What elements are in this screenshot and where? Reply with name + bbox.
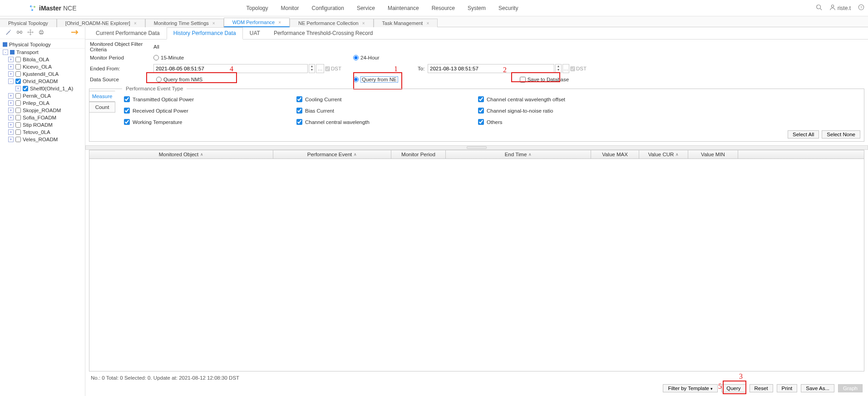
expand-icon[interactable]: + bbox=[8, 100, 14, 106]
tree-node[interactable]: +Tetovo_0LA bbox=[0, 129, 85, 136]
select-all-button[interactable]: Select All bbox=[788, 130, 819, 139]
save-as-button[interactable]: Save As... bbox=[801, 384, 834, 392]
close-icon[interactable]: × bbox=[278, 20, 281, 25]
expand-icon[interactable]: + bbox=[8, 93, 14, 99]
tree-node[interactable]: +Prilep_OLA bbox=[0, 99, 85, 107]
tree-checkbox[interactable] bbox=[15, 115, 21, 120]
column-header[interactable]: End Time∧ bbox=[446, 150, 591, 158]
filter-by-template-button[interactable]: Filter by Template ▾ bbox=[663, 384, 718, 392]
nav-service[interactable]: Service bbox=[350, 0, 381, 16]
tree-checkbox[interactable] bbox=[15, 108, 21, 113]
tree-node[interactable]: +Sofia_FOADM bbox=[0, 114, 85, 121]
expand-icon[interactable]: + bbox=[8, 57, 14, 62]
tree-checkbox[interactable] bbox=[15, 93, 21, 99]
side-tab-count[interactable]: Count bbox=[89, 102, 115, 113]
close-icon[interactable]: × bbox=[426, 21, 429, 26]
doc-tab[interactable]: Monitoring Time Settings× bbox=[145, 19, 224, 27]
expand-icon[interactable]: + bbox=[8, 129, 14, 135]
user-menu[interactable]: riste.t bbox=[829, 4, 851, 12]
side-tab-measure[interactable]: Measure bbox=[89, 91, 115, 102]
help-icon[interactable]: ? bbox=[858, 4, 864, 12]
to-dst[interactable]: DST bbox=[570, 66, 587, 71]
subtab[interactable]: Current Performance Data bbox=[89, 27, 167, 39]
to-spinner[interactable]: ▲▼ bbox=[555, 64, 562, 73]
expand-icon[interactable]: + bbox=[8, 71, 14, 77]
tree-node[interactable]: +Shelf0(Ohrid_1_A) bbox=[0, 85, 85, 92]
tree-node[interactable]: +Bitola_OLA bbox=[0, 56, 85, 63]
tree-checkbox[interactable] bbox=[15, 137, 21, 142]
tree-node[interactable]: +Kjustendil_OLA bbox=[0, 70, 85, 78]
close-icon[interactable]: × bbox=[212, 21, 215, 26]
move-icon[interactable] bbox=[27, 29, 34, 37]
tree-node[interactable]: +Veles_ROADM bbox=[0, 136, 85, 143]
from-calendar-icon[interactable]: … bbox=[316, 64, 324, 73]
subtab[interactable]: Performance Threshold-Crossing Record bbox=[267, 27, 380, 39]
event-item[interactable]: Transmitted Optical Power bbox=[124, 96, 292, 102]
tree-root[interactable]: Physical Topology bbox=[0, 41, 85, 49]
column-header[interactable]: Monitor Period bbox=[391, 150, 446, 158]
subtab[interactable]: History Performance Data bbox=[167, 27, 243, 40]
nav-resource[interactable]: Resource bbox=[425, 0, 461, 16]
from-dst[interactable]: DST bbox=[325, 66, 341, 71]
tree-node[interactable]: -Transport bbox=[0, 49, 85, 56]
column-header[interactable]: Monitored Object∧ bbox=[89, 150, 273, 158]
expand-icon[interactable]: + bbox=[15, 86, 21, 91]
event-item[interactable]: Others bbox=[478, 119, 856, 125]
from-spinner[interactable]: ▲▼ bbox=[309, 64, 315, 73]
nav-topology[interactable]: Topology bbox=[240, 0, 274, 16]
expand-icon[interactable]: + bbox=[8, 122, 14, 128]
event-item[interactable]: Working Temperature bbox=[124, 119, 292, 125]
binoculars-icon[interactable] bbox=[16, 29, 23, 37]
subtab[interactable]: UAT bbox=[243, 27, 267, 39]
event-item[interactable]: Cooling Current bbox=[296, 96, 473, 102]
forward-arrow-icon[interactable] bbox=[71, 30, 79, 36]
tree-checkbox[interactable] bbox=[15, 71, 21, 77]
source-nms[interactable]: Query from NMS bbox=[156, 77, 351, 82]
print-icon[interactable] bbox=[38, 29, 44, 37]
expand-icon[interactable]: + bbox=[8, 108, 14, 113]
to-input[interactable] bbox=[428, 64, 554, 73]
doc-tab[interactable]: Physical Topology bbox=[0, 19, 57, 27]
nav-monitor[interactable]: Monitor bbox=[275, 0, 306, 16]
tree-node[interactable]: -Ohrid_ROADM bbox=[0, 78, 85, 85]
column-header[interactable]: Value MIN bbox=[688, 150, 738, 158]
column-header[interactable]: Value MAX bbox=[591, 150, 639, 158]
event-item[interactable]: Channel central wavelength offset bbox=[478, 96, 856, 102]
collapse-icon[interactable]: - bbox=[3, 50, 8, 55]
expand-icon[interactable]: + bbox=[8, 64, 14, 69]
print-button[interactable]: Print bbox=[777, 384, 798, 392]
tree-checkbox[interactable] bbox=[23, 86, 28, 91]
close-icon[interactable]: × bbox=[362, 21, 365, 26]
select-none-button[interactable]: Select None bbox=[822, 130, 860, 139]
source-ne[interactable]: Query from NE bbox=[353, 76, 398, 83]
expand-icon[interactable]: + bbox=[8, 137, 14, 142]
collapse-icon[interactable]: - bbox=[8, 79, 14, 84]
nav-configuration[interactable]: Configuration bbox=[306, 0, 350, 16]
tree-checkbox[interactable] bbox=[15, 100, 21, 106]
close-icon[interactable]: × bbox=[134, 21, 137, 26]
query-button[interactable]: Query bbox=[721, 384, 745, 392]
doc-tab[interactable]: Task Management× bbox=[374, 19, 438, 27]
tree-node[interactable]: +Stip ROADM bbox=[0, 121, 85, 129]
split-handle[interactable] bbox=[85, 145, 868, 150]
grid-hscroll[interactable] bbox=[89, 268, 864, 275]
expand-icon[interactable]: + bbox=[8, 115, 14, 120]
tree-node[interactable]: +Skopje_ROADM bbox=[0, 107, 85, 114]
wand-icon[interactable] bbox=[5, 29, 12, 37]
tree-checkbox[interactable] bbox=[15, 64, 21, 69]
event-item[interactable]: Channel signal-to-noise ratio bbox=[478, 108, 856, 114]
period-15min[interactable]: 15-Minute bbox=[153, 55, 349, 60]
event-item[interactable]: Channel central wavelength bbox=[296, 119, 473, 125]
tree-checkbox[interactable] bbox=[15, 122, 21, 128]
doc-tab[interactable]: WDM Performance× bbox=[224, 18, 290, 27]
nav-maintenance[interactable]: Maintenance bbox=[381, 0, 425, 16]
column-header[interactable]: Performance Event∧ bbox=[273, 150, 391, 158]
reset-button[interactable]: Reset bbox=[750, 384, 773, 392]
column-header[interactable]: Value CUR∧ bbox=[639, 150, 688, 158]
tree-checkbox[interactable] bbox=[15, 79, 21, 84]
event-item[interactable]: Bias Current bbox=[296, 108, 473, 114]
tree-checkbox[interactable] bbox=[15, 129, 21, 135]
search-icon[interactable] bbox=[816, 4, 822, 12]
doc-tab[interactable]: NE Performance Collection× bbox=[290, 19, 374, 27]
nav-system[interactable]: System bbox=[461, 0, 492, 16]
